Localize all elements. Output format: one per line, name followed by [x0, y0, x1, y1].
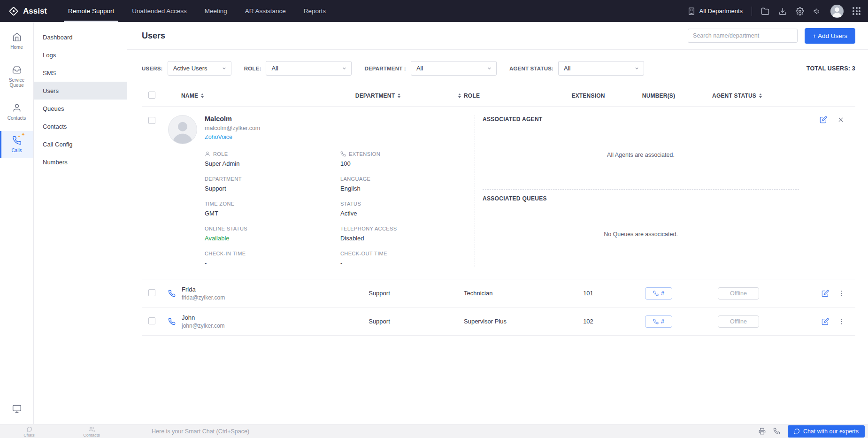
bottom-bar-right: Chat with our experts — [759, 425, 865, 438]
rail-item-service-queue[interactable]: Service Queue — [0, 61, 33, 93]
rail-item-label: Calls — [11, 148, 22, 154]
sort-icon[interactable] — [759, 93, 762, 98]
rail-item-home[interactable]: Home — [0, 28, 33, 55]
filter-department-value: All — [416, 65, 423, 72]
row-checkbox[interactable] — [148, 289, 155, 296]
contacts-icon — [12, 103, 22, 113]
table-header-row: NAME DEPARTMENT ROLE EXTENSION NUMBER(S)… — [142, 85, 855, 106]
user-detail-panel: Malcolm malcolm@zylker.com ZohoVoice ROL… — [168, 115, 475, 267]
sidebar-item-dashboard[interactable]: Dashboard — [34, 28, 127, 46]
sort-icon[interactable] — [458, 93, 461, 98]
sort-icon[interactable] — [398, 93, 400, 98]
users-table: NAME DEPARTMENT ROLE EXTENSION NUMBER(S)… — [142, 85, 855, 336]
edit-icon[interactable] — [820, 116, 827, 123]
filter-role-value: All — [271, 65, 278, 72]
associations-panel: ASSOCIATED AGENT All Agents are associat… — [475, 115, 855, 267]
close-icon[interactable] — [837, 116, 844, 123]
sidebar-item-numbers[interactable]: Numbers — [34, 153, 127, 171]
smart-chat-input[interactable] — [138, 428, 759, 435]
phone-icon — [168, 318, 176, 325]
user-avatar[interactable] — [830, 5, 844, 18]
chat-bubble-icon — [794, 428, 800, 434]
taskbar-contacts[interactable]: Contacts — [74, 426, 109, 438]
calls-sidebar: Dashboard Logs SMS Users Queues Contacts… — [34, 22, 127, 424]
row-checkbox[interactable] — [148, 117, 155, 124]
apps-grid-icon[interactable] — [853, 7, 860, 15]
add-users-button[interactable]: + Add Users — [805, 28, 855, 44]
departments-switcher[interactable]: All Departments — [687, 7, 743, 15]
user-department: Support — [323, 290, 436, 297]
filter-department-select[interactable]: All — [411, 61, 497, 76]
people-icon — [89, 426, 95, 432]
edit-icon[interactable] — [822, 318, 829, 325]
screen-share-button[interactable] — [0, 404, 33, 414]
user-name: John — [182, 314, 225, 321]
user-role: Supervisor Plus — [436, 318, 553, 325]
taskbar-chats[interactable]: Chats — [11, 426, 47, 438]
filter-agent-status-select[interactable]: All — [558, 61, 644, 76]
sidebar-item-logs[interactable]: Logs — [34, 46, 127, 64]
settings-gear-icon[interactable] — [796, 7, 804, 15]
field-extension: EXTENSION 100 — [340, 151, 397, 167]
download-icon[interactable] — [778, 7, 787, 15]
folder-icon[interactable] — [761, 7, 769, 15]
kebab-menu-icon[interactable] — [837, 318, 845, 325]
field-time-zone: TIME ZONE GMT — [205, 201, 340, 217]
user-fields: ROLE Super Admin EXTENSION 100 — [205, 151, 397, 267]
numbers-button[interactable]: # — [645, 315, 672, 328]
printer-icon[interactable] — [759, 428, 766, 435]
person-icon — [205, 151, 210, 157]
chevron-down-icon — [487, 66, 492, 71]
kebab-menu-icon[interactable] — [837, 290, 845, 297]
zohovoice-link[interactable]: ZohoVoice — [205, 134, 232, 140]
table-row: Frida frida@zylker.com Support Technicia… — [142, 279, 855, 307]
filters-bar: USERS: Active Users ROLE: All DEPARTMENT… — [127, 50, 868, 85]
phone-icon[interactable] — [773, 428, 780, 435]
expanded-user-card: Malcolm malcolm@zylker.com ZohoVoice ROL… — [142, 106, 855, 279]
nav-remote-support[interactable]: Remote Support — [59, 0, 123, 22]
avatar-person-icon — [169, 115, 197, 144]
main-nav: Remote Support Unattended Access Meeting… — [59, 0, 335, 22]
nav-unattended-access[interactable]: Unattended Access — [123, 0, 195, 22]
sidebar-item-contacts[interactable]: Contacts — [34, 117, 127, 135]
numbers-button[interactable]: # — [645, 287, 672, 300]
service-queue-icon — [12, 65, 22, 75]
sidebar-item-users[interactable]: Users — [34, 82, 127, 100]
department-icon — [687, 7, 696, 15]
field-telephony-access: TELEPHONY ACCESS Disabled — [340, 226, 397, 242]
row-checkbox[interactable] — [148, 317, 155, 324]
chat-with-experts-button[interactable]: Chat with our experts — [788, 425, 865, 438]
sidebar-item-queues[interactable]: Queues — [34, 100, 127, 117]
rail-item-calls[interactable]: ✦ Calls — [0, 131, 33, 158]
nav-reports[interactable]: Reports — [295, 0, 335, 22]
user-extension: 101 — [553, 290, 623, 297]
nav-meeting[interactable]: Meeting — [196, 0, 236, 22]
column-name: NAME — [181, 92, 198, 99]
agent-status-badge: Offline — [718, 315, 759, 328]
edit-icon[interactable] — [822, 290, 829, 297]
filter-department: DEPARTMENT : All — [364, 61, 496, 76]
chat-bubble-icon — [26, 426, 32, 432]
filter-role-select[interactable]: All — [266, 61, 352, 76]
column-department: DEPARTMENT — [355, 92, 395, 99]
page-header: Users + Add Users — [127, 22, 868, 50]
search-input[interactable] — [688, 29, 798, 43]
associated-agent-title: ASSOCIATED AGENT — [483, 116, 799, 123]
rail-item-contacts[interactable]: Contacts — [0, 99, 33, 126]
announcement-icon[interactable] — [813, 7, 822, 15]
user-email: john@zylker.com — [182, 323, 225, 329]
online-status-value: Available — [205, 235, 340, 242]
user-role: Technician — [436, 290, 553, 297]
field-check-out-time: CHECK-OUT TIME - — [340, 251, 397, 267]
topbar: Assist Remote Support Unattended Access … — [0, 0, 868, 22]
chat-taskbar: Chats Contacts — [0, 424, 109, 438]
rail-item-label: Service Queue — [2, 77, 31, 88]
sort-icon[interactable] — [201, 93, 204, 98]
sidebar-item-call-config[interactable]: Call Config — [34, 135, 127, 153]
sidebar-item-sms[interactable]: SMS — [34, 64, 127, 82]
nav-ar-assistance[interactable]: AR Assistance — [236, 0, 295, 22]
filter-users-select[interactable]: Active Users — [168, 61, 231, 76]
column-agent-status: AGENT STATUS — [712, 92, 756, 99]
select-all-checkbox[interactable] — [148, 92, 155, 99]
brand[interactable]: Assist — [0, 0, 59, 22]
